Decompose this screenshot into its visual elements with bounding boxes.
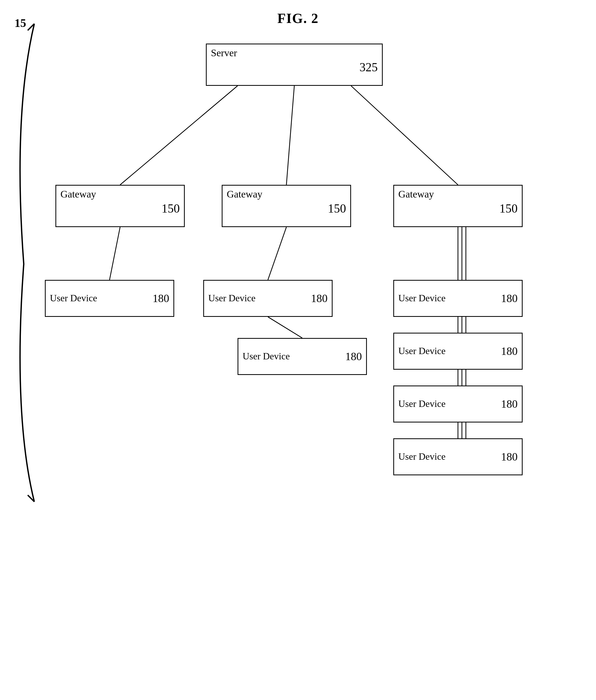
user-device-3-number: 180 <box>345 350 362 363</box>
gateway-box-3: Gateway 150 <box>393 185 523 227</box>
user-device-2-label: User Device <box>208 293 256 304</box>
svg-line-0 <box>28 24 34 30</box>
gateway-3-label: Gateway <box>398 188 434 200</box>
gateway-1-label: Gateway <box>60 188 96 200</box>
user-device-3-label: User Device <box>242 351 290 362</box>
user-device-5-number: 180 <box>501 345 518 358</box>
server-box: Server 325 <box>206 44 383 86</box>
user-device-box-1: User Device 180 <box>45 280 174 317</box>
user-device-box-3: User Device 180 <box>237 338 367 375</box>
svg-line-5 <box>109 227 120 280</box>
figure-title: FIG. 2 <box>278 10 318 26</box>
user-device-box-2: User Device 180 <box>203 280 333 317</box>
gateway-3-number: 150 <box>499 201 518 216</box>
user-device-box-7: User Device 180 <box>393 438 523 475</box>
user-device-box-5: User Device 180 <box>393 333 523 370</box>
user-device-6-label: User Device <box>398 398 445 409</box>
svg-line-4 <box>351 86 458 185</box>
svg-line-2 <box>120 86 237 185</box>
user-device-4-number: 180 <box>501 292 518 305</box>
svg-line-7 <box>268 317 302 338</box>
user-device-7-number: 180 <box>501 450 518 464</box>
server-label: Server <box>211 47 237 59</box>
gateway-box-1: Gateway 150 <box>55 185 185 227</box>
server-number: 325 <box>360 60 378 74</box>
user-device-5-label: User Device <box>398 345 445 357</box>
user-device-4-label: User Device <box>398 293 445 304</box>
user-device-box-6: User Device 180 <box>393 385 523 423</box>
user-device-1-number: 180 <box>153 292 169 305</box>
user-device-6-number: 180 <box>501 397 518 410</box>
gateway-2-label: Gateway <box>227 188 262 200</box>
user-device-7-label: User Device <box>398 451 445 462</box>
svg-line-6 <box>268 227 286 280</box>
user-device-1-label: User Device <box>50 293 97 304</box>
bracket-number: 15 <box>15 16 26 30</box>
gateway-box-2: Gateway 150 <box>222 185 351 227</box>
svg-line-3 <box>286 86 294 185</box>
gateway-2-number: 150 <box>328 201 346 216</box>
gateway-1-number: 150 <box>161 201 180 216</box>
user-device-2-number: 180 <box>311 292 328 305</box>
user-device-box-4: User Device 180 <box>393 280 523 317</box>
svg-line-1 <box>28 495 34 502</box>
